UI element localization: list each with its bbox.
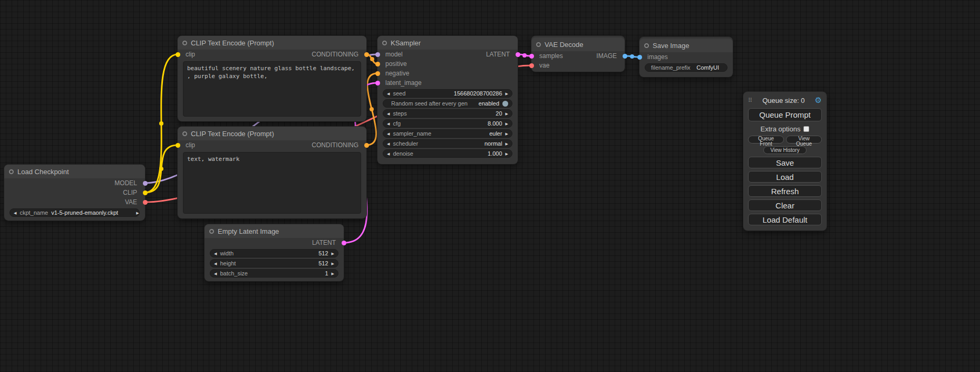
decrement-arrow-icon[interactable]: ◀ [387, 112, 390, 116]
node-load-checkpoint[interactable]: Load Checkpoint MODEL CLIP VAE ◀ ckpt_na… [4, 165, 145, 221]
output-slot-conditioning[interactable] [364, 52, 369, 57]
increment-arrow-icon[interactable]: ▶ [332, 252, 334, 255]
settings-gear-icon[interactable]: ⚙ [815, 96, 822, 105]
collapse-dot-icon[interactable] [182, 131, 187, 136]
collapse-dot-icon[interactable] [182, 41, 187, 45]
output-label-conditioning: CONDITIONING [312, 141, 358, 149]
increment-arrow-icon[interactable]: ▶ [506, 152, 508, 156]
cfg-widget[interactable]: ◀ cfg 8.000 ▶ [383, 119, 512, 128]
clear-button[interactable]: Clear [748, 199, 822, 211]
view-history-button[interactable]: View History [763, 146, 806, 154]
node-ksampler[interactable]: KSampler model LATENT positive negative … [377, 36, 518, 164]
increment-arrow-icon[interactable]: ▶ [332, 262, 334, 265]
decrement-arrow-icon[interactable]: ◀ [387, 122, 390, 126]
increment-arrow-icon[interactable]: ▶ [506, 142, 508, 146]
input-slot-positive[interactable] [375, 62, 380, 66]
random-seed-toggle-widget[interactable]: Random seed after every gen enabled [383, 99, 512, 108]
decrement-arrow-icon[interactable]: ◀ [387, 132, 390, 136]
node-title-bar[interactable]: VAE Decode [531, 37, 625, 51]
toggle-knob-icon[interactable] [502, 101, 508, 107]
extra-options-checkbox[interactable] [803, 126, 809, 132]
positive-prompt-textarea[interactable]: beautiful scenery nature glass bottle la… [183, 61, 361, 117]
widget-value: 20 [496, 110, 502, 117]
seed-widget[interactable]: ◀ seed 156680208700286 ▶ [383, 89, 512, 98]
collapse-dot-icon[interactable] [209, 229, 214, 234]
input-slot-clip[interactable] [176, 143, 180, 148]
node-title-bar[interactable]: KSampler [377, 36, 518, 50]
input-label-latent-image: latent_image [385, 79, 422, 87]
decrement-arrow-icon[interactable]: ◀ [214, 262, 217, 265]
widget-label: sampler_name [393, 130, 431, 137]
output-slot-latent[interactable] [516, 52, 520, 57]
increment-arrow-icon[interactable]: ▶ [506, 132, 508, 136]
steps-widget[interactable]: ◀ steps 20 ▶ [383, 109, 512, 118]
node-clip-text-encode-negative[interactable]: CLIP Text Encode (Prompt) clip CONDITION… [178, 127, 366, 218]
drag-handle-icon[interactable]: ⠿ [748, 97, 752, 104]
output-slot-latent[interactable] [342, 241, 346, 245]
decrement-arrow-icon[interactable]: ◀ [387, 142, 390, 146]
output-slot-model[interactable] [143, 181, 148, 186]
height-widget[interactable]: ◀ height 512 ▶ [210, 259, 338, 268]
node-vae-decode[interactable]: VAE Decode samples IMAGE vae [531, 36, 625, 72]
queue-size-label: Queue size: 0 [755, 97, 811, 104]
widget-value: ComfyUI [696, 64, 719, 71]
output-label-vae: VAE [125, 198, 137, 206]
input-slot-latent-image[interactable] [375, 81, 380, 85]
load-default-button[interactable]: Load Default [748, 214, 822, 225]
input-slot-clip[interactable] [176, 52, 180, 57]
ckpt-name-widget[interactable]: ◀ ckpt_name v1-5-pruned-emaonly.ckpt ▶ [9, 208, 140, 217]
scheduler-widget[interactable]: ◀ scheduler normal ▶ [383, 139, 512, 148]
node-title-bar[interactable]: Save Image [639, 39, 733, 52]
increment-arrow-icon[interactable]: ▶ [506, 122, 508, 126]
widget-value: normal [484, 140, 502, 147]
node-title-bar[interactable]: CLIP Text Encode (Prompt) [178, 36, 366, 50]
sampler-name-widget[interactable]: ◀ sampler_name euler ▶ [383, 129, 512, 138]
node-clip-text-encode-positive[interactable]: CLIP Text Encode (Prompt) clip CONDITION… [178, 36, 366, 121]
decrement-arrow-icon[interactable]: ◀ [387, 92, 390, 96]
input-slot-samples[interactable] [529, 54, 534, 59]
view-queue-button[interactable]: View Queue [786, 136, 822, 144]
output-label-clip: CLIP [123, 189, 137, 196]
filename-prefix-widget[interactable]: filename_prefix ComfyUI [645, 63, 727, 72]
width-widget[interactable]: ◀ width 512 ▶ [210, 249, 338, 257]
output-slot-vae[interactable] [143, 200, 148, 205]
increment-arrow-icon[interactable]: ▶ [136, 211, 139, 215]
output-slot-clip[interactable] [143, 190, 148, 195]
collapse-dot-icon[interactable] [9, 169, 14, 174]
collapse-dot-icon[interactable] [644, 43, 649, 48]
input-slot-negative[interactable] [375, 71, 380, 76]
batch-size-widget[interactable]: ◀ batch_size 1 ▶ [210, 269, 338, 278]
input-label-images: images [647, 53, 668, 61]
input-slot-model[interactable] [375, 52, 380, 57]
node-save-image[interactable]: Save Image images filename_prefix ComfyU… [639, 37, 733, 77]
output-slot-image[interactable] [623, 54, 627, 59]
negative-prompt-textarea[interactable]: text, watermark [183, 152, 361, 214]
collapse-dot-icon[interactable] [382, 41, 387, 45]
node-title-bar[interactable]: Empty Latent Image [205, 224, 344, 238]
wire-midpoint-dot [630, 54, 634, 59]
load-button[interactable]: Load [748, 171, 822, 183]
input-slot-vae[interactable] [529, 63, 534, 68]
increment-arrow-icon[interactable]: ▶ [332, 272, 334, 275]
widget-label: ckpt_name [20, 209, 48, 216]
input-slot-images[interactable] [637, 55, 642, 60]
decrement-arrow-icon[interactable]: ◀ [14, 211, 16, 215]
queue-prompt-button[interactable]: Queue Prompt [748, 108, 822, 121]
decrement-arrow-icon[interactable]: ◀ [214, 252, 217, 255]
decrement-arrow-icon[interactable]: ◀ [214, 272, 217, 275]
wire-midpoint-dot [370, 57, 374, 61]
denoise-widget[interactable]: ◀ denoise 1.000 ▶ [383, 149, 512, 158]
increment-arrow-icon[interactable]: ▶ [506, 112, 508, 116]
increment-arrow-icon[interactable]: ▶ [506, 92, 508, 96]
node-title-bar[interactable]: CLIP Text Encode (Prompt) [178, 127, 366, 140]
node-title-bar[interactable]: Load Checkpoint [4, 165, 145, 178]
refresh-button[interactable]: Refresh [748, 185, 822, 197]
output-slot-conditioning[interactable] [364, 143, 369, 148]
collapse-dot-icon[interactable] [536, 42, 541, 47]
decrement-arrow-icon[interactable]: ◀ [387, 152, 390, 156]
wire-midpoint-dot [159, 121, 163, 126]
save-button[interactable]: Save [748, 157, 822, 168]
node-empty-latent-image[interactable]: Empty Latent Image LATENT ◀ width 512 ▶ … [205, 224, 344, 281]
queue-front-button[interactable]: Queue Front [748, 136, 784, 144]
graph-canvas[interactable]: Load Checkpoint MODEL CLIP VAE ◀ ckpt_na… [0, 0, 980, 372]
